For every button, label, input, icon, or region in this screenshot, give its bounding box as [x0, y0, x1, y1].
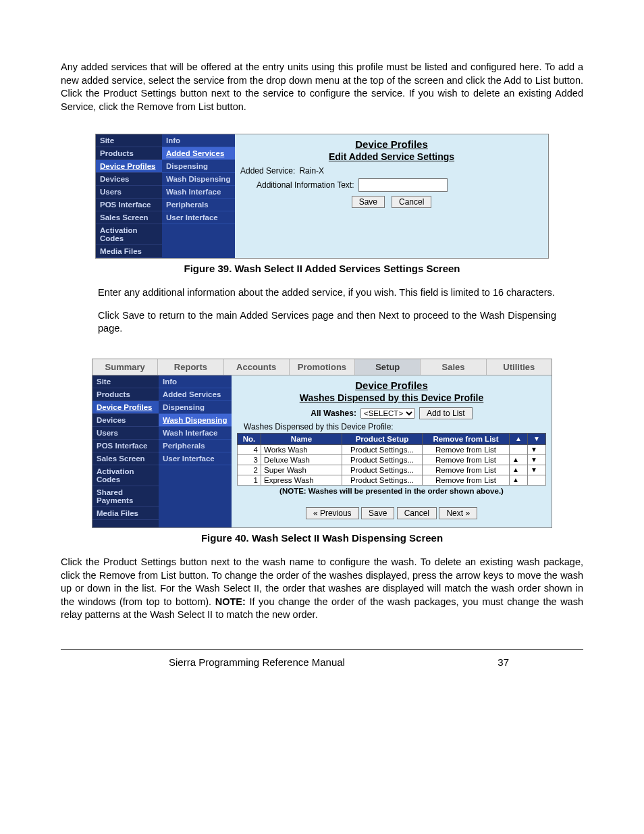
product-settings-button[interactable]: Product Settings... — [342, 465, 423, 475]
move-down-icon[interactable] — [528, 475, 546, 485]
sidebar-item[interactable]: Devices — [92, 414, 159, 427]
sidebar-item[interactable]: Sales Screen — [96, 211, 162, 224]
sidebar-item[interactable]: Sales Screen — [92, 452, 159, 465]
subnav-item[interactable]: Wash Dispensing — [162, 173, 235, 186]
save-button[interactable]: Save — [352, 196, 385, 208]
sidebar-item[interactable]: Products — [96, 147, 162, 160]
cell-no: 3 — [238, 454, 261, 465]
tab-sales[interactable]: Sales — [421, 359, 486, 375]
table-row: 3Deluxe WashProduct Settings...Remove fr… — [238, 454, 546, 465]
sidebar-item[interactable]: Users — [96, 186, 162, 199]
cell-name: Deluxe Wash — [261, 454, 342, 465]
next-button[interactable]: Next » — [439, 507, 477, 519]
tab-utilities[interactable]: Utilities — [487, 359, 552, 375]
figure-39-caption: Figure 39. Wash Select II Added Services… — [61, 263, 583, 274]
add-to-list-button[interactable]: Add to List — [419, 407, 473, 419]
sidebar-item[interactable]: Users — [92, 427, 159, 440]
all-washes-label: All Washes: — [311, 409, 356, 418]
sidebar-item[interactable]: Media Files — [92, 507, 159, 520]
col-header: Remove from List — [423, 433, 510, 444]
tab-reports[interactable]: Reports — [158, 359, 223, 375]
col-header: Name — [261, 433, 342, 444]
sidebar-item[interactable]: POS Interface — [92, 440, 159, 452]
footer-page-number: 37 — [498, 656, 509, 668]
subnav-item[interactable]: Info — [162, 134, 235, 147]
col-header: No. — [238, 433, 261, 444]
sidebar-item[interactable]: Site — [96, 134, 162, 147]
move-up-icon[interactable]: ▲ — [510, 465, 528, 475]
move-up-icon[interactable]: ▲ — [510, 475, 528, 485]
sidebar-item[interactable]: Media Files — [96, 245, 162, 258]
panel-subtitle: Washes Dispensed by this Device Profile — [237, 392, 546, 403]
sidebar-item[interactable]: POS Interface — [96, 199, 162, 211]
subnav-item[interactable]: Wash Interface — [162, 186, 235, 199]
sidebar-item[interactable]: Device Profiles — [96, 160, 162, 173]
cell-no: 1 — [238, 475, 261, 485]
panel-title: Device Profiles — [240, 138, 543, 150]
col-header: ▼ — [528, 433, 546, 444]
sidebar-item[interactable]: Site — [92, 375, 159, 388]
cancel-button[interactable]: Cancel — [397, 507, 437, 519]
product-settings-button[interactable]: Product Settings... — [342, 444, 423, 454]
cell-no: 2 — [238, 465, 261, 475]
subnav-item[interactable]: Dispensing — [159, 401, 232, 414]
tab-promotions[interactable]: Promotions — [290, 359, 355, 375]
figure-40-caption: Figure 40. Wash Select II Wash Dispensin… — [61, 532, 583, 544]
figure-39-screenshot: SiteProductsDevice ProfilesDevicesUsersP… — [95, 134, 549, 259]
sidebar-item[interactable]: Shared Payments — [92, 486, 159, 507]
product-settings-button[interactable]: Product Settings... — [342, 454, 423, 465]
subnav-item[interactable]: Peripherals — [162, 199, 235, 211]
table-subhead: Washes Dispensed by this Device Profile: — [244, 422, 546, 432]
move-down-icon[interactable]: ▼ — [528, 465, 546, 475]
tab-summary[interactable]: Summary — [92, 359, 158, 375]
move-down-icon[interactable]: ▼ — [528, 444, 546, 454]
tab-setup[interactable]: Setup — [355, 359, 421, 375]
remove-from-list-button[interactable]: Remove from List — [423, 454, 510, 465]
washes-table: No.NameProduct SetupRemove from List▲▼ 4… — [237, 433, 546, 486]
col-header: ▲ — [510, 433, 528, 444]
sidebar-item[interactable]: Devices — [96, 173, 162, 186]
table-note: (NOTE: Washes will be presented in the o… — [237, 487, 546, 495]
col-header: Product Setup — [342, 433, 423, 444]
paragraph-1: Any added services that will be offered … — [61, 61, 583, 113]
move-up-icon[interactable]: ▲ — [510, 454, 528, 465]
sidebar-item[interactable]: Products — [92, 388, 159, 401]
sidebar-item[interactable]: Activation Codes — [92, 465, 159, 486]
subnav-item[interactable]: Wash Dispensing — [159, 414, 232, 427]
subnav-item[interactable]: Wash Interface — [159, 427, 232, 440]
product-settings-button[interactable]: Product Settings... — [342, 475, 423, 485]
tab-accounts[interactable]: Accounts — [224, 359, 290, 375]
figure-40-screenshot: SummaryReportsAccountsPromotionsSetupSal… — [92, 359, 552, 528]
cancel-button[interactable]: Cancel — [392, 196, 431, 208]
move-up-icon[interactable] — [510, 444, 528, 454]
subnav-item[interactable]: Info — [159, 375, 232, 388]
subnav-item[interactable]: Dispensing — [162, 160, 235, 173]
added-service-value: Rain-X — [299, 166, 324, 176]
table-row: 2Super WashProduct Settings...Remove fro… — [238, 465, 546, 475]
remove-from-list-button[interactable]: Remove from List — [423, 444, 510, 454]
save-button[interactable]: Save — [361, 507, 394, 519]
previous-button[interactable]: « Previous — [306, 507, 359, 519]
subnav-item[interactable]: User Interface — [159, 452, 232, 465]
subnav-item[interactable]: Added Services — [159, 388, 232, 401]
addl-info-input[interactable] — [358, 178, 448, 192]
table-row: 4Works WashProduct Settings...Remove fro… — [238, 444, 546, 454]
page-footer: Sierra Programming Reference Manual 37 — [61, 649, 583, 668]
cell-name: Works Wash — [261, 444, 342, 454]
subnav-item[interactable]: Added Services — [162, 147, 235, 160]
cell-name: Express Wash — [261, 475, 342, 485]
remove-from-list-button[interactable]: Remove from List — [423, 475, 510, 485]
paragraph-2: Enter any additional information about t… — [98, 286, 556, 300]
paragraph-4: Click the Product Settings button next t… — [61, 556, 583, 622]
move-down-icon[interactable]: ▼ — [528, 454, 546, 465]
cell-no: 4 — [238, 444, 261, 454]
subnav-item[interactable]: Peripherals — [159, 440, 232, 452]
sidebar-item[interactable]: Device Profiles — [92, 401, 159, 414]
footer-title: Sierra Programming Reference Manual — [169, 656, 345, 668]
paragraph-3: Click Save to return to the main Added S… — [98, 309, 556, 336]
subnav-item[interactable]: User Interface — [162, 211, 235, 224]
remove-from-list-button[interactable]: Remove from List — [423, 465, 510, 475]
all-washes-select[interactable]: <SELECT> — [360, 408, 415, 419]
cell-name: Super Wash — [261, 465, 342, 475]
sidebar-item[interactable]: Activation Codes — [96, 224, 162, 245]
